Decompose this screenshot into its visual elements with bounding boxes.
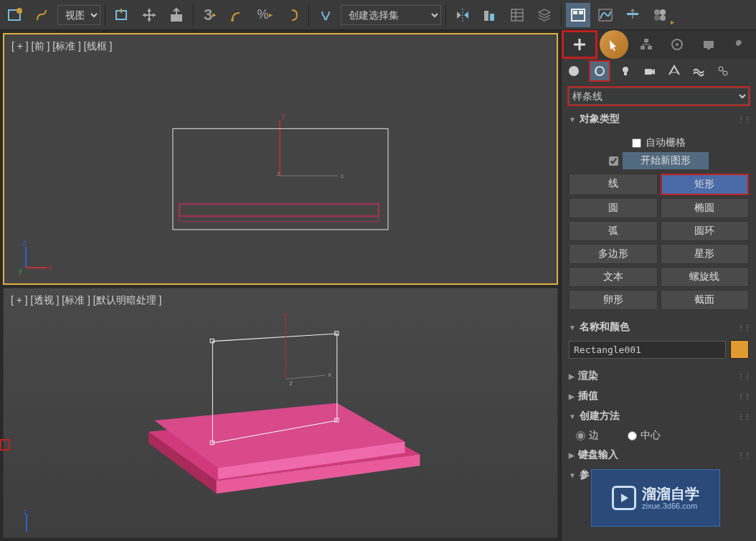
axis-gizmo-front: z x y [19, 239, 55, 276]
systems-subtab[interactable] [714, 62, 732, 80]
rollout-render[interactable]: ▶渲染 ⋮⋮ [562, 366, 756, 386]
snap-toggle-icon[interactable] [110, 3, 134, 27]
svg-rect-43 [644, 39, 648, 42]
geometry-subtab[interactable] [564, 62, 583, 80]
helpers-subtab[interactable] [665, 62, 684, 80]
highlight-marker [0, 439, 10, 451]
shape-text-button[interactable]: 文本 [569, 267, 658, 287]
shapes-subtab[interactable] [589, 60, 610, 82]
motion-tab[interactable] [662, 30, 694, 59]
autogrid-label: 自动栅格 [646, 136, 686, 149]
svg-point-13 [654, 9, 660, 15]
svg-rect-3 [171, 14, 182, 22]
svg-rect-44 [641, 46, 645, 50]
schematic-view-icon[interactable] [620, 3, 645, 27]
shape-egg-button[interactable]: 卵形 [569, 290, 658, 310]
viewport-front[interactable]: [ + ] [前 ] [标准 ] [线框 ] y x z z [3, 33, 558, 285]
object-color-swatch[interactable] [730, 340, 749, 359]
shape-rectangle-button[interactable]: 矩形 [661, 174, 750, 195]
svg-point-1 [16, 8, 22, 14]
upload-icon[interactable] [164, 3, 189, 27]
hierarchy-tab[interactable] [630, 30, 662, 59]
display-tab[interactable] [693, 30, 724, 59]
command-panel: 样条线 ▼对象类型 ⋮⋮ 自动栅格 开始新图形 线 矩形 圆 椭圆 弧 圆环 [561, 30, 756, 541]
shape-star-button[interactable]: 星形 [661, 244, 750, 264]
spinner-snap-icon[interactable] [280, 3, 304, 27]
start-new-shape-row: 开始新图形 [569, 152, 749, 169]
shape-polygon-button[interactable]: 多边形 [569, 244, 658, 264]
shape-category-dropdown-wrap: 样条线 [567, 86, 750, 106]
create-category-tabs [562, 59, 756, 83]
creation-center-radio[interactable]: 中心 [628, 429, 661, 442]
start-new-shape-button[interactable]: 开始新图形 [623, 152, 709, 169]
svg-point-4 [231, 19, 234, 22]
shape-buttons-grid: 线 矩形 圆 椭圆 弧 圆环 多边形 星形 文本 螺旋线 卵形 截面 [569, 174, 749, 310]
start-new-shape-checkbox[interactable] [609, 156, 618, 166]
rollout-interpolation[interactable]: ▶插值 ⋮⋮ [562, 386, 756, 406]
layer-explorer-icon[interactable] [532, 3, 557, 27]
utilities-tab[interactable] [724, 30, 756, 59]
shape-ellipse-button[interactable]: 椭圆 [661, 198, 750, 218]
selection-filter-icon[interactable] [313, 3, 338, 27]
svg-point-50 [569, 66, 579, 76]
modify-tab[interactable] [600, 30, 628, 59]
svg-text:z: z [290, 379, 293, 387]
shape-category-dropdown[interactable]: 样条线 [569, 88, 749, 105]
axis-gizmo-persp: z [18, 510, 54, 538]
object-name-input[interactable] [569, 341, 726, 359]
svg-rect-10 [579, 11, 583, 14]
svg-text:y: y [283, 310, 288, 319]
toggle-ribbon-icon[interactable] [566, 3, 590, 27]
shape-arc-button[interactable]: 弧 [569, 221, 658, 241]
svg-text:x: x [328, 370, 331, 378]
create-tab[interactable] [562, 30, 597, 59]
svg-point-15 [654, 15, 660, 21]
svg-line-58 [722, 70, 724, 72]
svg-rect-5 [484, 11, 488, 21]
shape-donut-button[interactable]: 圆环 [661, 221, 750, 241]
svg-rect-9 [573, 11, 577, 14]
watermark: 溜溜自学 zixue.3d66.com [591, 469, 720, 527]
angle-snap-icon[interactable] [225, 3, 250, 27]
svg-rect-49 [707, 48, 710, 50]
align-icon[interactable] [478, 3, 502, 27]
lights-subtab[interactable] [616, 62, 635, 80]
material-editor-icon[interactable] [648, 3, 672, 27]
command-panel-tabs [562, 30, 756, 59]
spacewarps-subtab[interactable] [689, 62, 708, 80]
autogrid-checkbox[interactable] [632, 138, 641, 148]
mirror-icon[interactable] [450, 3, 475, 27]
move-gizmo-icon[interactable] [137, 3, 161, 27]
rollout-name-color[interactable]: ▼名称和颜色 ⋮⋮ [562, 317, 756, 337]
svg-point-52 [623, 67, 628, 72]
svg-rect-53 [624, 72, 627, 75]
svg-rect-6 [490, 14, 494, 21]
svg-text:z: z [24, 510, 27, 516]
three-label: 3▸ [198, 3, 222, 27]
svg-text:x: x [49, 263, 52, 271]
tool-pencil-icon[interactable] [30, 3, 55, 27]
svg-text:x: x [340, 172, 344, 179]
rollout-keyboard-entry[interactable]: ▶键盘输入 ⋮⋮ [562, 445, 756, 465]
shape-helix-button[interactable]: 螺旋线 [661, 267, 750, 287]
cameras-subtab[interactable] [641, 62, 659, 80]
shape-section-button[interactable]: 截面 [661, 290, 750, 310]
curve-editor-icon[interactable] [593, 3, 618, 27]
scene-explorer-icon[interactable] [505, 3, 529, 27]
svg-point-47 [676, 43, 679, 46]
viewport-perspective[interactable]: [ + ] [透视 ] [标准 ] [默认明暗处理 ] y z x [3, 288, 558, 538]
play-icon [612, 486, 636, 510]
percent-snap-icon[interactable]: %▸ [252, 3, 277, 27]
create-selection-set-dropdown[interactable]: 创建选择集 [341, 5, 441, 25]
svg-text:z: z [277, 170, 280, 177]
shape-circle-button[interactable]: 圆 [569, 198, 658, 218]
svg-rect-48 [704, 41, 714, 48]
svg-rect-45 [648, 46, 652, 50]
shape-line-button[interactable]: 线 [569, 174, 658, 195]
view-dropdown[interactable]: 视图 [57, 5, 100, 25]
rollout-creation-method[interactable]: ▼创建方法 ⋮⋮ [562, 406, 756, 426]
rollout-object-type[interactable]: ▼对象类型 ⋮⋮ [562, 109, 756, 129]
tool-maxscript-icon[interactable] [3, 3, 27, 27]
creation-edge-radio[interactable]: 边 [576, 429, 599, 442]
svg-rect-23 [179, 204, 379, 216]
